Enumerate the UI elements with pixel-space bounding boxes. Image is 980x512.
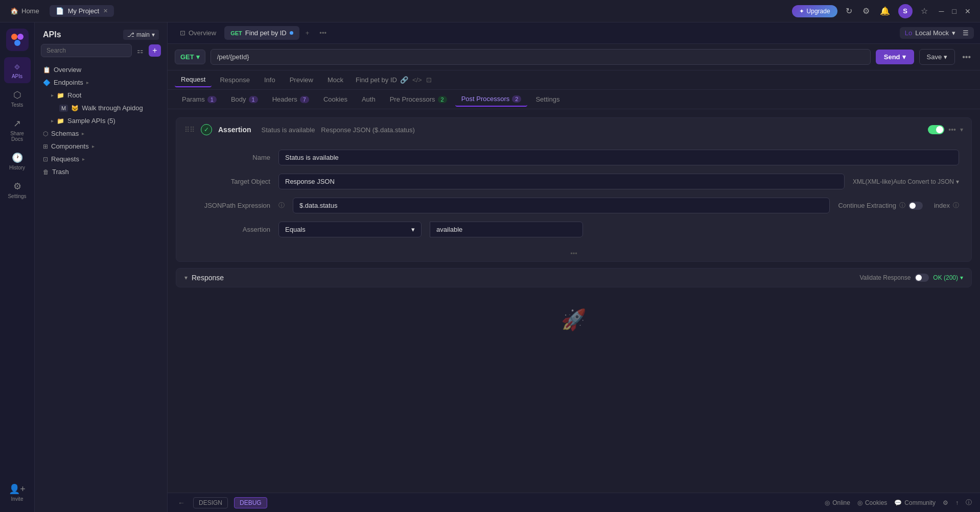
refresh-button[interactable]: ↻: [844, 4, 854, 18]
inner-tab-settings[interactable]: Settings: [529, 92, 566, 106]
sidebar-item-history[interactable]: 🕐 History: [4, 148, 31, 175]
tree-item-overview[interactable]: 📋 Overview: [35, 63, 167, 76]
home-button[interactable]: 🏠 Home: [6, 5, 43, 17]
request-more-button[interactable]: •••: [960, 51, 973, 64]
response-section: ▾ Response Validate Response OK (200) ▾: [176, 268, 972, 287]
ok-badge[interactable]: OK (200) ▾: [933, 274, 963, 281]
sidebar-item-tests[interactable]: ⬡ Tests: [4, 85, 31, 112]
assertion-type-value: Equals: [285, 226, 306, 233]
pre-processors-badge: 2: [438, 96, 447, 103]
search-input[interactable]: [41, 44, 132, 57]
inner-tab-headers[interactable]: Headers 7: [266, 92, 315, 106]
tree-item-components[interactable]: ⊞ Components ▸: [35, 140, 167, 153]
inner-tab-cookies[interactable]: Cookies: [317, 92, 354, 106]
tests-icon: ⬡: [13, 89, 21, 101]
tab-add-button[interactable]: +: [301, 27, 314, 39]
code-icon[interactable]: </>: [411, 75, 423, 85]
copy-icon[interactable]: ⊡: [425, 75, 433, 85]
sidebar-item-share-docs[interactable]: ↗ Share Docs: [4, 114, 31, 146]
branch-selector[interactable]: ⎇ main ▾: [123, 30, 159, 40]
body-label: Body: [231, 95, 246, 103]
add-endpoint-button[interactable]: +: [149, 44, 161, 57]
assertion-card: ⠿⠿ ✓ Assertion Status is available Respo…: [176, 117, 972, 262]
sub-tab-response[interactable]: Response: [214, 73, 256, 87]
info-bottom-link[interactable]: ⓘ: [966, 498, 972, 507]
cookies-link[interactable]: ◎ Cookies: [857, 499, 887, 506]
save-button[interactable]: Save ▾: [919, 49, 955, 65]
tree-item-trash[interactable]: 🗑 Trash: [35, 165, 167, 178]
index-info-icon[interactable]: ⓘ: [953, 201, 959, 210]
continue-info-icon[interactable]: ⓘ: [899, 201, 905, 210]
project-tab[interactable]: 📄 My Project ✕: [50, 5, 114, 17]
post-processors-badge: 2: [512, 95, 521, 103]
xml-convert-label[interactable]: XML(XML-like)Auto Convert to JSON ▾: [853, 178, 959, 185]
maximize-button[interactable]: □: [949, 5, 960, 17]
assertion-chevron[interactable]: ▾: [960, 126, 963, 133]
assertion-status-icon: ✓: [201, 124, 212, 135]
close-button[interactable]: ✕: [962, 5, 974, 17]
tree-item-walkthrough[interactable]: M 😺 Walk through Apidog: [35, 102, 167, 114]
url-input[interactable]: [211, 49, 871, 65]
drag-handle-icon[interactable]: ⠿⠿: [184, 126, 195, 134]
assertion-header[interactable]: ⠿⠿ ✓ Assertion Status is available Respo…: [176, 118, 971, 141]
community-link[interactable]: 💬 Community: [894, 499, 936, 506]
assertion-more-button[interactable]: •••: [948, 126, 956, 134]
target-object-selector[interactable]: Response JSON: [278, 174, 845, 189]
validate-toggle[interactable]: [915, 274, 929, 282]
tab-overview[interactable]: ⊡ Overview: [174, 26, 222, 40]
tree-item-requests[interactable]: ⊡ Requests ▸: [35, 153, 167, 165]
sidebar-item-invite[interactable]: 👤+ Invite: [4, 479, 31, 506]
tab-more-button[interactable]: •••: [315, 27, 331, 39]
minimize-button[interactable]: ─: [936, 5, 947, 17]
inner-tab-auth[interactable]: Auth: [356, 92, 382, 106]
sub-tab-mock[interactable]: Mock: [321, 73, 349, 87]
project-icon: 📄: [56, 7, 64, 15]
assertion-value-input[interactable]: [430, 222, 583, 237]
filter-button[interactable]: ⚏: [135, 44, 146, 57]
nav-back-button[interactable]: ←: [176, 498, 187, 508]
walkthrough-m-icon: M: [59, 105, 68, 112]
assertion-type-selector[interactable]: Equals ▾: [278, 222, 422, 237]
jsonpath-info-icon[interactable]: ⓘ: [278, 201, 285, 210]
target-object-label: Target Object: [189, 178, 270, 185]
response-header[interactable]: ▾ Response Validate Response OK (200) ▾: [176, 269, 971, 287]
inner-tab-params[interactable]: Params 1: [176, 92, 223, 106]
send-button[interactable]: Send ▾: [876, 50, 914, 64]
history-icon: 🕐: [12, 152, 23, 163]
tab-close-icon[interactable]: ✕: [103, 8, 108, 14]
upload-link[interactable]: ↑: [955, 499, 959, 506]
star-button[interactable]: ☆: [919, 4, 930, 18]
settings-icon-button[interactable]: ⚙: [860, 4, 872, 18]
online-link[interactable]: ◎ Online: [825, 499, 850, 506]
ok-chevron: ▾: [960, 274, 963, 281]
tree-item-root[interactable]: ▸ 📁 Root: [35, 89, 167, 102]
local-mock-selector[interactable]: Lo Local Mock ▾ ☰: [900, 27, 974, 39]
design-button[interactable]: DESIGN: [193, 497, 228, 508]
sub-tab-request[interactable]: Request: [175, 72, 212, 87]
tree-item-schemas[interactable]: ⬡ Schemas ▸: [35, 127, 167, 140]
assertion-response-path: Response JSON ($.data.status): [321, 126, 415, 134]
inner-tab-post-processors[interactable]: Post Processors 2: [455, 92, 528, 107]
content-area: ⊡ Overview GET Find pet by ID + ••• Lo L…: [168, 22, 980, 512]
tab-get-find-pet[interactable]: GET Find pet by ID: [224, 26, 299, 40]
avatar[interactable]: S: [898, 4, 913, 18]
method-selector[interactable]: GET ▾: [175, 50, 205, 64]
link-icon[interactable]: 🔗: [399, 75, 409, 85]
jsonpath-input[interactable]: [293, 198, 830, 213]
debug-button[interactable]: DEBUG: [234, 497, 267, 508]
sidebar-item-apis[interactable]: ⟐ APIs: [4, 57, 31, 83]
tree-item-sample-apis[interactable]: ▸ 📁 Sample APIs (5): [35, 114, 167, 127]
help-link[interactable]: ⚙: [943, 499, 948, 506]
continue-toggle[interactable]: [908, 202, 923, 210]
hamburger-icon[interactable]: ☰: [963, 29, 969, 37]
sub-tab-preview[interactable]: Preview: [284, 73, 319, 87]
inner-tab-body[interactable]: Body 1: [225, 92, 264, 106]
sidebar-item-settings[interactable]: ⚙ Settings: [4, 177, 31, 203]
upgrade-button[interactable]: ✦ Upgrade: [792, 5, 837, 17]
sub-tab-info[interactable]: Info: [258, 73, 282, 87]
assertion-toggle[interactable]: [928, 125, 944, 134]
name-input[interactable]: [278, 150, 959, 165]
notifications-button[interactable]: 🔔: [878, 4, 892, 18]
inner-tab-pre-processors[interactable]: Pre Processors 2: [384, 92, 453, 106]
tree-item-endpoints[interactable]: 🔷 Endpoints ▸: [35, 76, 167, 89]
